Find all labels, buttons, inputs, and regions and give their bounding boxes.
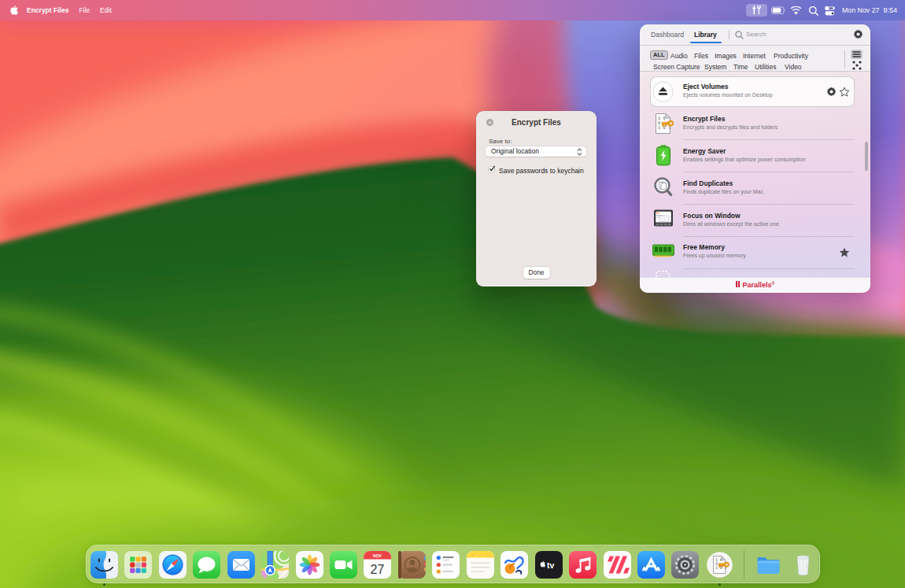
svg-text:27: 27 <box>371 563 385 576</box>
svg-text:tv: tv <box>547 560 554 570</box>
svg-text:NOV: NOV <box>373 553 382 558</box>
